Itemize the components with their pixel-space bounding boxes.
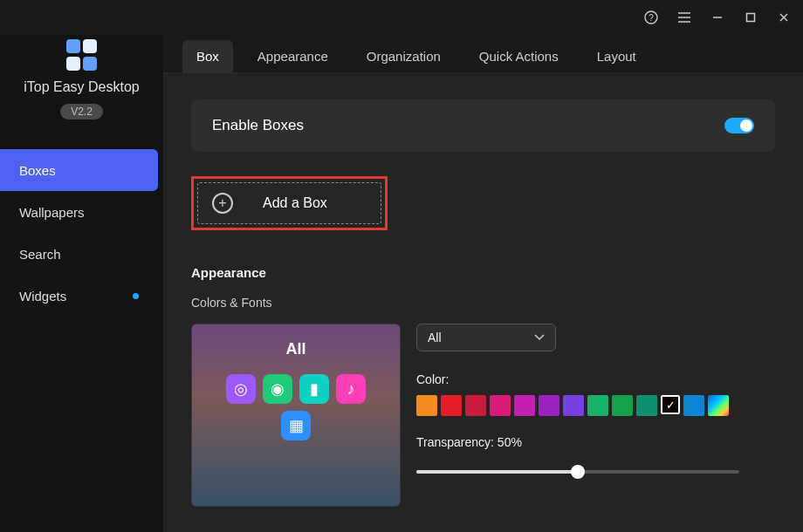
colors-fonts-label: Colors & Fonts bbox=[191, 296, 775, 310]
color-swatch[interactable] bbox=[514, 395, 535, 416]
select-value: All bbox=[428, 331, 442, 344]
color-swatch[interactable] bbox=[683, 395, 704, 416]
sidebar-item-label: Search bbox=[19, 247, 61, 262]
appearance-heading: Appearance bbox=[191, 265, 775, 280]
color-swatch[interactable] bbox=[636, 395, 657, 416]
box-select[interactable]: All bbox=[416, 324, 556, 351]
slider-thumb[interactable] bbox=[571, 465, 585, 479]
add-box-label: Add a Box bbox=[263, 195, 327, 211]
maximize-icon[interactable] bbox=[742, 9, 759, 26]
sidebar-item-widgets[interactable]: Widgets bbox=[0, 275, 158, 317]
color-swatch[interactable] bbox=[416, 395, 437, 416]
sidebar-item-label: Widgets bbox=[19, 289, 66, 304]
content: Box Appearance Organization Quick Action… bbox=[163, 35, 803, 532]
enable-boxes-label: Enable Boxes bbox=[212, 117, 304, 134]
titlebar: ? bbox=[0, 0, 803, 35]
svg-text:?: ? bbox=[649, 13, 654, 23]
color-swatch[interactable] bbox=[612, 395, 633, 416]
transparency-slider[interactable] bbox=[416, 465, 739, 479]
sidebar-item-label: Wallpapers bbox=[19, 205, 84, 220]
color-swatch[interactable] bbox=[708, 395, 729, 416]
color-swatch[interactable] bbox=[587, 395, 608, 416]
app-logo bbox=[66, 39, 98, 71]
preview-icon-row-2: ▦ bbox=[281, 411, 311, 440]
camera-icon: ▮ bbox=[299, 374, 329, 404]
color-swatch[interactable] bbox=[539, 395, 559, 416]
enable-boxes-toggle[interactable] bbox=[724, 118, 754, 133]
menu-icon[interactable] bbox=[676, 9, 693, 26]
close-icon[interactable] bbox=[775, 9, 793, 26]
tab-quick-actions[interactable]: Quick Actions bbox=[465, 40, 573, 72]
preview-title: All bbox=[285, 340, 305, 358]
svg-rect-6 bbox=[747, 14, 755, 22]
enable-boxes-card: Enable Boxes bbox=[191, 99, 775, 152]
color-swatch[interactable]: ✓ bbox=[661, 395, 680, 414]
tab-organization[interactable]: Organization bbox=[353, 40, 455, 72]
add-box-highlight: + Add a Box bbox=[191, 176, 388, 230]
preview-icon-row: ◎ ◉ ▮ ♪ bbox=[226, 374, 366, 404]
sidebar-item-boxes[interactable]: Boxes bbox=[0, 149, 158, 191]
update-dot-icon bbox=[133, 293, 139, 299]
color-label: Color: bbox=[416, 372, 775, 386]
music-icon: ♪ bbox=[336, 374, 366, 404]
appearance-row: All ◎ ◉ ▮ ♪ ▦ All bbox=[191, 324, 775, 507]
brand: iTop Easy Desktop V2.2 bbox=[0, 39, 163, 119]
whatsapp-icon: ◉ bbox=[263, 374, 292, 404]
color-swatch[interactable] bbox=[441, 395, 462, 416]
color-swatch[interactable] bbox=[490, 395, 511, 416]
photo-icon: ▦ bbox=[281, 411, 311, 440]
panel: Enable Boxes + Add a Box Appearance Colo… bbox=[163, 73, 803, 532]
sidebar-item-wallpapers[interactable]: Wallpapers bbox=[0, 191, 158, 233]
app-name: iTop Easy Desktop bbox=[24, 79, 140, 95]
preview-box: All ◎ ◉ ▮ ♪ ▦ bbox=[191, 324, 401, 507]
transparency-control: Transparency: 50% bbox=[416, 435, 775, 479]
transparency-label: Transparency: 50% bbox=[416, 435, 775, 449]
color-swatch[interactable] bbox=[563, 395, 584, 416]
tab-box[interactable]: Box bbox=[182, 40, 233, 72]
minimize-icon[interactable] bbox=[709, 9, 726, 26]
sidebar: iTop Easy Desktop V2.2 Boxes Wallpapers … bbox=[0, 35, 163, 532]
color-swatch[interactable] bbox=[465, 395, 486, 416]
sidebar-nav: Boxes Wallpapers Search Widgets bbox=[0, 149, 163, 317]
color-swatches: ✓ bbox=[416, 395, 775, 416]
controls: All Color: ✓ Transparency: 50% bbox=[416, 324, 775, 507]
check-icon: ✓ bbox=[666, 399, 676, 412]
plus-icon: + bbox=[212, 193, 233, 214]
tabs: Box Appearance Organization Quick Action… bbox=[163, 35, 803, 73]
tab-layout[interactable]: Layout bbox=[583, 40, 650, 72]
sidebar-item-search[interactable]: Search bbox=[0, 233, 158, 275]
help-icon[interactable]: ? bbox=[642, 9, 660, 26]
version-badge: V2.2 bbox=[60, 104, 103, 119]
tab-appearance[interactable]: Appearance bbox=[244, 40, 342, 72]
sidebar-item-label: Boxes bbox=[19, 163, 56, 178]
chrome-icon: ◎ bbox=[226, 374, 256, 404]
add-box-button[interactable]: + Add a Box bbox=[197, 182, 381, 224]
toggle-knob bbox=[740, 119, 752, 132]
chevron-down-icon bbox=[534, 334, 545, 341]
